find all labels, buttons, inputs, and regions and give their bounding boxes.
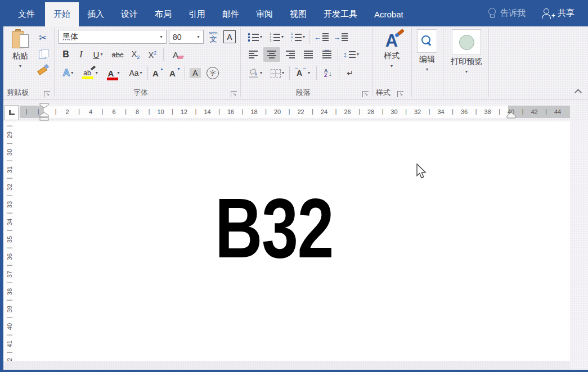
align-left-button[interactable] [245, 47, 261, 62]
tab-布局[interactable]: 布局 [146, 2, 180, 26]
tab-邮件[interactable]: 邮件 [214, 2, 248, 26]
numbering-button[interactable]: ▾ [267, 30, 286, 44]
h-ruler-tick: | [522, 106, 523, 118]
h-ruler-number: 18 [248, 106, 261, 118]
tab-视图[interactable]: 视图 [281, 2, 315, 26]
phonetic-guide-button[interactable]: wén 文 [206, 29, 221, 44]
show-hide-marks-button[interactable]: ↵ [342, 66, 358, 80]
vertical-ruler[interactable]: 29|30|31|32|33|34|35|36|37|38|39|40|41|4… [3, 121, 16, 370]
h-ruler-number: 16 [225, 106, 237, 118]
tab-引用[interactable]: 引用 [180, 2, 214, 26]
justify-button[interactable] [300, 47, 316, 62]
h-ruler-tick: | [452, 106, 453, 118]
paragraph-mark-icon: ↵ [347, 69, 353, 78]
copy-icon [38, 48, 48, 58]
tab-开始[interactable]: 开始 [45, 2, 79, 26]
superscript-button[interactable]: X2 [145, 47, 160, 62]
styles-dropdown[interactable]: ▾ [390, 64, 393, 69]
character-border-button[interactable]: A [223, 30, 236, 44]
editing-dropdown[interactable]: ▾ [426, 67, 428, 72]
subscript-button[interactable]: X2 [128, 47, 143, 62]
sort-button[interactable]: AZ↓ [320, 66, 336, 80]
underline-button[interactable]: U▾ [89, 47, 107, 62]
tab-开发工具[interactable]: 开发工具 [315, 2, 366, 26]
font-group-label: 字体 [59, 88, 223, 98]
editing-button[interactable]: 编辑 ▾ [414, 29, 440, 85]
font-color-button[interactable]: A▾ [104, 66, 124, 80]
format-painter-icon [36, 63, 50, 75]
v-ruler-tick: | [3, 196, 16, 197]
print-preview-dropdown[interactable]: ▾ [465, 70, 468, 74]
styles-group-label: 样式 [376, 88, 390, 98]
shrink-font-button[interactable]: A▼ [168, 66, 182, 80]
h-ruler-tick: | [335, 106, 336, 118]
clear-formatting-button[interactable]: A [168, 47, 183, 62]
styles-dialog-launcher[interactable]: ↘ [397, 91, 403, 97]
format-painter-button[interactable] [35, 62, 51, 76]
group-separator [372, 28, 373, 97]
v-ruler-tick: | [3, 248, 16, 249]
paragraph-dialog-launcher[interactable]: ↘ [362, 91, 369, 97]
tab-设计[interactable]: 设计 [113, 2, 146, 26]
cut-button[interactable]: ✂ [35, 31, 51, 44]
left-tab-icon [9, 110, 15, 115]
font-size-dropdown[interactable]: ▾ [194, 30, 203, 43]
tab-插入[interactable]: 插入 [79, 2, 113, 26]
document-text[interactable]: B32 [92, 184, 456, 273]
document-area[interactable]: 29|30|31|32|33|34|35|36|37|38|39|40|41|4… [3, 121, 588, 372]
font-name-dropdown[interactable]: ▾ [156, 30, 166, 43]
shading-button[interactable]: ▾ [245, 66, 266, 80]
print-preview-button[interactable]: 打印预览 ▾ [448, 29, 485, 85]
scrollbar-area[interactable] [570, 121, 588, 372]
align-right-button[interactable] [282, 47, 298, 62]
clipboard-dialog-launcher[interactable]: ↘ [44, 91, 50, 97]
tab-审阅[interactable]: 审阅 [248, 2, 281, 26]
font-dialog-launcher[interactable]: ↘ [231, 91, 237, 97]
window-border-left [0, 0, 3, 372]
font-size-combobox[interactable]: 80 ▾ [169, 30, 204, 44]
v-ruler-number: 36 [3, 251, 16, 263]
collapse-ribbon-button[interactable] [575, 88, 581, 94]
borders-icon [271, 69, 281, 78]
horizontal-ruler[interactable]: |2|4|6|8|10|12|14|16|18|20|22|24|26|28|3… [20, 106, 570, 118]
print-preview-circle-icon [459, 35, 474, 50]
h-ruler-tick: | [312, 106, 313, 118]
v-ruler-tick: | [3, 143, 16, 144]
text-highlight-button[interactable]: ab▾ [80, 66, 101, 80]
font-name-combobox[interactable]: 黑体 ▾ [59, 30, 167, 44]
line-spacing-button[interactable]: ↕▾ [341, 47, 361, 62]
styles-button[interactable]: A 样式 ▾ [375, 29, 409, 85]
copy-button[interactable] [36, 47, 51, 60]
borders-button[interactable]: ▾ [268, 66, 287, 80]
character-shading-button[interactable]: A [188, 66, 203, 80]
bold-button[interactable]: B [59, 47, 73, 62]
tab-Acrobat[interactable]: Acrobat [366, 2, 412, 26]
italic-button[interactable]: I [75, 47, 87, 62]
right-indent-marker[interactable] [506, 112, 516, 119]
bullets-button[interactable]: ▾ [245, 30, 264, 44]
tabbar-right-cluster: 告诉我 + 共享 [479, 0, 582, 26]
distribute-button[interactable]: ↔ [318, 47, 335, 62]
hanging-indent-marker[interactable] [39, 112, 49, 121]
tell-me-button[interactable]: 告诉我 [479, 7, 533, 19]
enclose-characters-button[interactable]: 字 [205, 66, 221, 80]
change-case-button[interactable]: Aa▾ [126, 66, 145, 80]
multilevel-list-icon [290, 33, 302, 42]
first-line-indent-marker[interactable] [39, 103, 49, 108]
multilevel-list-button[interactable]: ▾ [288, 30, 307, 44]
align-center-button[interactable] [263, 47, 280, 62]
styles-label: 样式 [384, 51, 400, 61]
strikethrough-button[interactable]: abc [109, 47, 126, 62]
text-effects-button[interactable]: A▾ [59, 66, 78, 80]
share-button[interactable]: + 共享 [533, 8, 582, 19]
tab-file[interactable]: 文件 [8, 2, 45, 26]
paste-dropdown[interactable]: ▾ [19, 64, 21, 69]
tab-stop-selector[interactable] [5, 105, 19, 120]
asian-layout-button[interactable]: ←→A▾ [293, 66, 314, 80]
decrease-indent-button[interactable]: ← [313, 30, 330, 44]
increase-indent-button[interactable]: → [332, 30, 349, 44]
highlight-icon: ab [83, 69, 91, 77]
tell-me-label: 告诉我 [500, 8, 526, 19]
grow-font-button[interactable]: A▲ [151, 66, 165, 80]
paste-button[interactable]: 粘贴 ▾ [8, 29, 33, 87]
